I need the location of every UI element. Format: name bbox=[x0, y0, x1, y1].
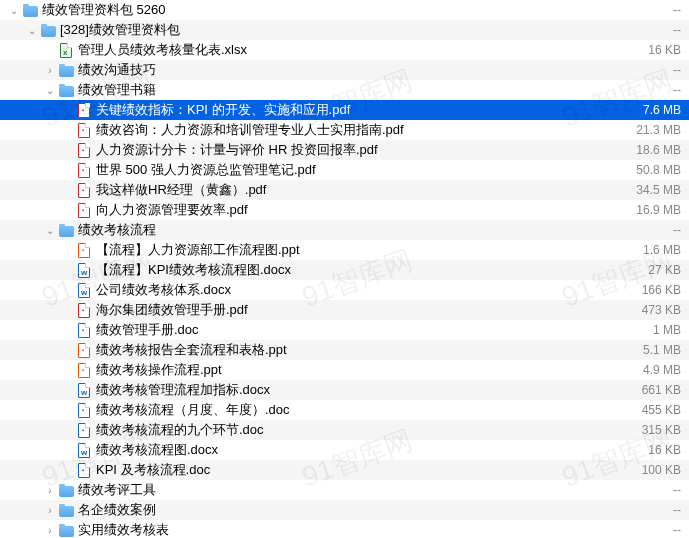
file-row[interactable]: 公司绩效考核体系.docx166 KB bbox=[0, 280, 689, 300]
file-row[interactable]: 【流程】人力资源部工作流程图.ppt1.6 MB bbox=[0, 240, 689, 260]
chevron-right-icon[interactable]: › bbox=[44, 525, 56, 536]
item-size: 34.5 MB bbox=[636, 183, 681, 197]
item-size: -- bbox=[673, 23, 681, 37]
item-size: 166 KB bbox=[642, 283, 681, 297]
chevron-down-icon[interactable]: ⌄ bbox=[44, 85, 56, 96]
pdf-icon bbox=[76, 102, 92, 118]
pdf-icon bbox=[76, 162, 92, 178]
item-size: 315 KB bbox=[642, 423, 681, 437]
item-size: 1.6 MB bbox=[643, 243, 681, 257]
file-row[interactable]: 人力资源计分卡：计量与评价 HR 投资回报率.pdf18.6 MB bbox=[0, 140, 689, 160]
item-size: -- bbox=[673, 3, 681, 17]
item-name: 公司绩效考核体系.docx bbox=[96, 281, 634, 299]
folder-row[interactable]: ›实用绩效考核表-- bbox=[0, 520, 689, 538]
item-name: KPI 及考核流程.doc bbox=[96, 461, 634, 479]
folder-icon bbox=[22, 2, 38, 18]
file-row[interactable]: 我这样做HR经理（黄鑫）.pdf34.5 MB bbox=[0, 180, 689, 200]
item-name: 关键绩效指标：KPI 的开发、实施和应用.pdf bbox=[96, 101, 635, 119]
file-row[interactable]: 绩效管理手册.doc1 MB bbox=[0, 320, 689, 340]
item-name: 绩效考评工具 bbox=[78, 481, 665, 499]
docx-icon bbox=[76, 442, 92, 458]
file-row[interactable]: 绩效考核流程（月度、年度）.doc455 KB bbox=[0, 400, 689, 420]
item-name: 【流程】人力资源部工作流程图.ppt bbox=[96, 241, 635, 259]
file-row[interactable]: 海尔集团绩效管理手册.pdf473 KB bbox=[0, 300, 689, 320]
pdf-icon bbox=[76, 182, 92, 198]
item-name: 向人力资源管理要效率.pdf bbox=[96, 201, 628, 219]
item-size: 4.9 MB bbox=[643, 363, 681, 377]
item-size: 661 KB bbox=[642, 383, 681, 397]
item-size: 455 KB bbox=[642, 403, 681, 417]
item-size: -- bbox=[673, 483, 681, 497]
item-size: 27 KB bbox=[648, 263, 681, 277]
item-size: 50.8 MB bbox=[636, 163, 681, 177]
item-size: -- bbox=[673, 223, 681, 237]
chevron-down-icon[interactable]: ⌄ bbox=[44, 225, 56, 236]
item-name: 我这样做HR经理（黄鑫）.pdf bbox=[96, 181, 628, 199]
folder-row[interactable]: ⌄[328]绩效管理资料包-- bbox=[0, 20, 689, 40]
item-name: 绩效管理资料包 5260 bbox=[42, 1, 665, 19]
doc-icon bbox=[76, 402, 92, 418]
folder-icon bbox=[58, 522, 74, 538]
item-size: -- bbox=[673, 63, 681, 77]
item-name: 绩效管理书籍 bbox=[78, 81, 665, 99]
docx-icon bbox=[76, 382, 92, 398]
item-size: 100 KB bbox=[642, 463, 681, 477]
item-name: 名企绩效案例 bbox=[78, 501, 665, 519]
item-name: 绩效咨询：人力资源和培训管理专业人士实用指南.pdf bbox=[96, 121, 628, 139]
pdf-icon bbox=[76, 202, 92, 218]
chevron-down-icon[interactable]: ⌄ bbox=[8, 5, 20, 16]
xlsx-icon bbox=[58, 42, 74, 58]
folder-row[interactable]: ›绩效沟通技巧-- bbox=[0, 60, 689, 80]
item-name: 管理人员绩效考核量化表.xlsx bbox=[78, 41, 640, 59]
pdf-icon bbox=[76, 142, 92, 158]
file-row[interactable]: KPI 及考核流程.doc100 KB bbox=[0, 460, 689, 480]
chevron-down-icon[interactable]: ⌄ bbox=[26, 25, 38, 36]
file-row[interactable]: 绩效考核流程的九个环节.doc315 KB bbox=[0, 420, 689, 440]
file-row[interactable]: 绩效考核报告全套流程和表格.ppt5.1 MB bbox=[0, 340, 689, 360]
file-row[interactable]: 世界 500 强人力资源总监管理笔记.pdf50.8 MB bbox=[0, 160, 689, 180]
ppt-icon bbox=[76, 362, 92, 378]
folder-icon bbox=[40, 22, 56, 38]
folder-icon bbox=[58, 222, 74, 238]
item-size: 21.3 MB bbox=[636, 123, 681, 137]
pdf-icon bbox=[76, 302, 92, 318]
file-row[interactable]: 关键绩效指标：KPI 的开发、实施和应用.pdf7.6 MB bbox=[0, 100, 689, 120]
item-name: 世界 500 强人力资源总监管理笔记.pdf bbox=[96, 161, 628, 179]
item-name: 绩效考核流程（月度、年度）.doc bbox=[96, 401, 634, 419]
file-row[interactable]: 管理人员绩效考核量化表.xlsx16 KB bbox=[0, 40, 689, 60]
item-name: 绩效考核操作流程.ppt bbox=[96, 361, 635, 379]
folder-row[interactable]: ⌄绩效管理资料包 5260-- bbox=[0, 0, 689, 20]
folder-icon bbox=[58, 62, 74, 78]
item-size: 1 MB bbox=[653, 323, 681, 337]
item-name: 海尔集团绩效管理手册.pdf bbox=[96, 301, 634, 319]
item-name: [328]绩效管理资料包 bbox=[60, 21, 665, 39]
file-row[interactable]: 绩效考核流程图.docx16 KB bbox=[0, 440, 689, 460]
folder-row[interactable]: ›名企绩效案例-- bbox=[0, 500, 689, 520]
item-name: 绩效沟通技巧 bbox=[78, 61, 665, 79]
doc-icon bbox=[76, 322, 92, 338]
item-size: 16.9 MB bbox=[636, 203, 681, 217]
item-size: 5.1 MB bbox=[643, 343, 681, 357]
item-size: -- bbox=[673, 523, 681, 537]
file-tree[interactable]: ⌄绩效管理资料包 5260--⌄[328]绩效管理资料包--管理人员绩效考核量化… bbox=[0, 0, 689, 538]
folder-row[interactable]: ›绩效考评工具-- bbox=[0, 480, 689, 500]
file-row[interactable]: 绩效考核操作流程.ppt4.9 MB bbox=[0, 360, 689, 380]
item-name: 【流程】KPI绩效考核流程图.docx bbox=[96, 261, 640, 279]
chevron-right-icon[interactable]: › bbox=[44, 485, 56, 496]
folder-row[interactable]: ⌄绩效管理书籍-- bbox=[0, 80, 689, 100]
item-name: 绩效考核管理流程加指标.docx bbox=[96, 381, 634, 399]
item-name: 人力资源计分卡：计量与评价 HR 投资回报率.pdf bbox=[96, 141, 628, 159]
item-name: 绩效考核报告全套流程和表格.ppt bbox=[96, 341, 635, 359]
file-row[interactable]: 【流程】KPI绩效考核流程图.docx27 KB bbox=[0, 260, 689, 280]
file-row[interactable]: 绩效咨询：人力资源和培训管理专业人士实用指南.pdf21.3 MB bbox=[0, 120, 689, 140]
folder-icon bbox=[58, 482, 74, 498]
file-row[interactable]: 绩效考核管理流程加指标.docx661 KB bbox=[0, 380, 689, 400]
chevron-right-icon[interactable]: › bbox=[44, 505, 56, 516]
chevron-right-icon[interactable]: › bbox=[44, 65, 56, 76]
docx-icon bbox=[76, 282, 92, 298]
folder-icon bbox=[58, 502, 74, 518]
file-row[interactable]: 向人力资源管理要效率.pdf16.9 MB bbox=[0, 200, 689, 220]
docx-icon bbox=[76, 262, 92, 278]
item-size: 16 KB bbox=[648, 43, 681, 57]
folder-row[interactable]: ⌄绩效考核流程-- bbox=[0, 220, 689, 240]
